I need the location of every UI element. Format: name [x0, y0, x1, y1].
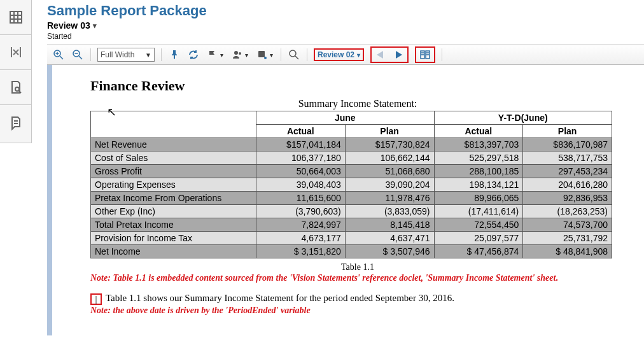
cell-value: $157,041,184 [256, 138, 346, 151]
compare-mode-highlight [415, 46, 435, 63]
cell-value: 525,297,518 [434, 151, 523, 165]
separator [161, 48, 162, 61]
svg-line-21 [295, 56, 298, 59]
income-statement-table: June Y-T-D(June) Actual Plan Actual Plan… [90, 111, 612, 258]
svg-point-19 [264, 57, 267, 59]
review-instance-label: Review 03 [47, 20, 90, 31]
svg-point-20 [290, 50, 296, 57]
cell-value: 25,731,792 [523, 232, 612, 245]
cell-value: 11,615,600 [256, 192, 346, 205]
table-row: Cost of Sales106,377,180106,662,144525,2… [91, 151, 612, 165]
document-viewer: Finance Review Summary Income Statement:… [47, 65, 644, 335]
table-corner [91, 111, 256, 138]
period-header: Y-T-D(June) [434, 111, 612, 125]
row-label: Gross Profit [91, 165, 256, 178]
cell-value: 11,978,476 [345, 192, 434, 205]
compare-review-dropdown[interactable]: Review 02 ▾ [318, 50, 360, 59]
svg-point-16 [234, 51, 238, 55]
separator [307, 48, 307, 61]
table-row: Total Pretax Income7,824,9978,145,41872,… [91, 218, 612, 232]
subcol-header: Actual [256, 125, 346, 138]
cell-value: 7,824,997 [256, 218, 346, 232]
row-label: Net Income [91, 245, 256, 258]
table-row: Gross Profit50,664,00351,068,680288,100,… [91, 165, 612, 178]
table-supertitle: Summary Income Statement: [90, 98, 625, 109]
body-line-text: Table 1.1 shows our Summary Income State… [106, 293, 454, 303]
cell-value: 4,673,177 [256, 232, 346, 245]
report-center-icon[interactable] [0, 0, 31, 35]
cell-value: (3,833,059) [345, 205, 434, 218]
subcol-header: Actual [434, 125, 523, 138]
table-caption: Table 1.1 [90, 262, 625, 272]
cell-value: $ 48,841,908 [523, 245, 612, 258]
cell-value: 39,090,204 [345, 178, 434, 192]
cell-value: $ 47,456,874 [434, 245, 523, 258]
row-label: Cost of Sales [91, 151, 256, 165]
cell-value: 106,662,144 [345, 151, 434, 165]
cell-value: (3,790,603) [256, 205, 346, 218]
table-row: Provision for Income Tax4,673,1774,637,4… [91, 232, 612, 245]
row-label: Pretax Income From Operations [91, 192, 256, 205]
zoom-in-icon[interactable] [52, 48, 65, 61]
variables-icon[interactable] [0, 35, 31, 70]
comments-icon[interactable] [0, 105, 31, 140]
cell-value: 204,616,280 [523, 178, 612, 192]
inspect-icon[interactable] [0, 70, 31, 105]
table-row: Net Revenue$157,041,184$157,730,824$813,… [91, 138, 612, 151]
row-label: Operating Expenses [91, 178, 256, 192]
status-label: Started [47, 31, 644, 41]
cell-value: (18,263,253) [523, 205, 612, 218]
svg-rect-0 [10, 11, 22, 23]
next-change-icon[interactable] [392, 48, 405, 61]
toolbar: Full Width ▼ ▾ ▾ ▾ Review 02 ▾ [47, 45, 644, 65]
cell-value: 51,068,680 [345, 165, 434, 178]
search-icon[interactable] [288, 48, 300, 61]
review-instance-dropdown[interactable]: Review 03 ▾ [47, 19, 97, 31]
cell-value: 288,100,185 [434, 165, 523, 178]
separator [90, 48, 91, 61]
subcol-header: Plan [345, 125, 434, 138]
doc-title: Finance Review [90, 78, 625, 94]
table-row: Operating Expenses39,048,40339,090,20419… [91, 178, 612, 192]
cell-value: 297,453,234 [523, 165, 612, 178]
cell-value: 538,717,753 [523, 151, 612, 165]
zoom-out-icon[interactable] [71, 48, 84, 61]
cell-value: 92,836,953 [523, 192, 612, 205]
cell-value: 74,573,700 [523, 218, 612, 232]
cell-value: 25,097,577 [434, 232, 523, 245]
cell-value: 4,637,471 [345, 232, 434, 245]
nav-arrows-highlight [370, 46, 409, 63]
cell-value: $836,170,987 [523, 138, 612, 151]
note-embedded-content: Note: Table 1.1 is embedded content sour… [90, 272, 625, 284]
refresh-icon[interactable] [187, 48, 200, 61]
body-paragraph: |Table 1.1 shows our Summary Income Stat… [90, 293, 625, 305]
text-cursor-highlight: | [90, 293, 102, 305]
row-label: Total Pretax Income [91, 218, 256, 232]
pin-icon[interactable] [168, 48, 181, 61]
cell-value: 72,554,450 [434, 218, 523, 232]
zoom-select[interactable]: Full Width ▼ [97, 48, 155, 62]
subcol-header: Plan [523, 125, 612, 138]
chevron-down-icon: ▾ [93, 22, 97, 30]
cell-value: 39,048,403 [256, 178, 346, 192]
svg-rect-18 [258, 51, 265, 57]
cell-value: (17,411,614) [434, 205, 523, 218]
cell-value: 198,134,121 [434, 178, 523, 192]
zoom-select-value: Full Width [101, 50, 134, 59]
table-row: Net Income$ 3,151,820$ 3,507,946$ 47,456… [91, 245, 612, 258]
user-dropdown-icon[interactable]: ▾ [231, 48, 249, 61]
previous-change-icon[interactable] [374, 48, 387, 61]
settings-dropdown-icon[interactable]: ▾ [256, 48, 274, 61]
cell-value: $ 3,507,946 [345, 245, 434, 258]
svg-point-17 [239, 52, 241, 55]
row-label: Provision for Income Tax [91, 232, 256, 245]
svg-line-10 [60, 56, 63, 59]
row-label: Other Exp (Inc) [91, 205, 256, 218]
table-row: Pretax Income From Operations11,615,6001… [91, 192, 612, 205]
flag-dropdown-icon[interactable]: ▾ [206, 48, 225, 61]
svg-line-14 [79, 56, 82, 59]
separator [281, 48, 281, 61]
note-variable: Note: the above date is driven by the 'P… [90, 305, 625, 316]
note-period: . [556, 273, 558, 283]
compare-mode-icon[interactable] [419, 48, 431, 61]
